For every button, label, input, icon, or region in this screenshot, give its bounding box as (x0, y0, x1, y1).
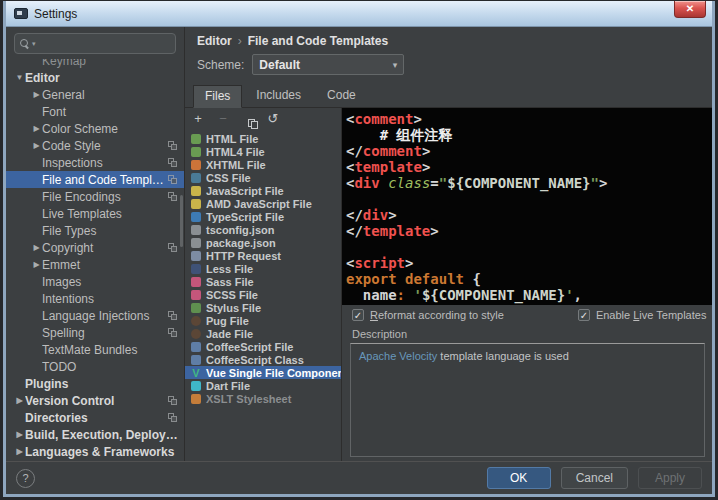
scheme-select[interactable]: Default ▾ (252, 54, 404, 75)
sidebar-item-todo[interactable]: TODO (6, 358, 184, 375)
template-item-jade-file[interactable]: Jade File (185, 327, 341, 340)
sidebar-item-label: Keymap (42, 59, 184, 68)
sidebar-item-inspections[interactable]: Inspections (6, 154, 184, 171)
sidebar-item-label: Images (42, 275, 184, 289)
sidebar-item-label: Spelling (42, 326, 168, 340)
chevron-down-icon[interactable]: ▼ (14, 73, 25, 82)
add-template-button[interactable]: + (191, 112, 205, 126)
sidebar-item-label: Color Scheme (42, 122, 184, 136)
sidebar-item-color-scheme[interactable]: ▶Color Scheme (6, 120, 184, 137)
sidebar-item-images[interactable]: Images (6, 273, 184, 290)
code-line: export default { (346, 271, 712, 287)
chevron-right-icon[interactable]: ▶ (31, 141, 42, 150)
sidebar-item-code-style[interactable]: ▶Code Style (6, 137, 184, 154)
sidebar-item-language-injections[interactable]: Language Injections (6, 307, 184, 324)
template-item-label: XSLT Stylesheet (206, 393, 291, 405)
template-item-tsconfig-json[interactable]: tsconfig.json (185, 223, 341, 236)
chevron-right-icon[interactable]: ▶ (14, 447, 25, 456)
sidebar-item-file-encodings[interactable]: File Encodings (6, 188, 184, 205)
chevron-right-icon[interactable]: ▶ (31, 243, 42, 252)
sidebar-item-build-execution-deployment[interactable]: ▶Build, Execution, Deployment (6, 426, 184, 443)
reset-template-button[interactable]: ↺ (266, 112, 280, 126)
description-label: Description (342, 323, 712, 343)
sidebar-item-copyright[interactable]: ▶Copyright (6, 239, 184, 256)
template-item-sass-file[interactable]: Sass File (185, 275, 341, 288)
shared-settings-icon (168, 192, 177, 201)
sidebar-item-version-control[interactable]: ▶Version Control (6, 392, 184, 409)
template-item-xhtml-file[interactable]: XHTML File (185, 158, 341, 171)
shared-settings-icon (168, 328, 177, 337)
template-item-css-file[interactable]: CSS File (185, 171, 341, 184)
chevron-down-icon: ▾ (393, 60, 398, 70)
live-templates-option[interactable]: ✓ Enable Live Templates (578, 309, 707, 321)
sidebar-item-editor[interactable]: ▼Editor (6, 69, 184, 86)
xhtml-file-icon (191, 160, 201, 170)
sidebar-item-label: Version Control (25, 394, 168, 408)
close-button[interactable]: ✕ (674, 1, 706, 18)
template-item-pug-file[interactable]: Pug File (185, 314, 341, 327)
reformat-option[interactable]: ✓ Reformat according to style (352, 309, 504, 321)
sidebar-item-textmate-bundles[interactable]: TextMate Bundles (6, 341, 184, 358)
sidebar-item-plugins[interactable]: Plugins (6, 375, 184, 392)
code-line (346, 239, 712, 255)
sidebar-item-live-templates[interactable]: Live Templates (6, 205, 184, 222)
sidebar-item-label: Inspections (42, 156, 168, 170)
sidebar-item-label: General (42, 88, 184, 102)
description-text: template language is used (437, 350, 568, 362)
apply-button[interactable]: Apply (638, 467, 702, 489)
sidebar-item-file-types[interactable]: File Types (6, 222, 184, 239)
scheme-selected-value: Default (259, 58, 392, 72)
sidebar-item-file-and-code-templates[interactable]: File and Code Templates (6, 171, 184, 188)
sidebar-scrollbar-thumb[interactable] (180, 195, 183, 247)
sidebar-item-intentions[interactable]: Intentions (6, 290, 184, 307)
ok-button[interactable]: OK (487, 467, 551, 489)
template-item-javascript-file[interactable]: JavaScript File (185, 184, 341, 197)
template-item-label: SCSS File (206, 289, 258, 301)
chevron-right-icon[interactable]: ▶ (31, 124, 42, 133)
template-item-xslt-stylesheet[interactable]: XSLT Stylesheet (185, 392, 341, 405)
tab-files[interactable]: Files (193, 85, 242, 108)
title-bar[interactable]: Settings ✕ (6, 1, 712, 27)
cancel-button[interactable]: Cancel (561, 467, 628, 489)
chevron-right-icon[interactable]: ▶ (14, 396, 25, 405)
search-input[interactable] (36, 37, 170, 51)
amd-javascript-file-icon (191, 199, 201, 209)
template-item-package-json[interactable]: package.json (185, 236, 341, 249)
chevron-right-icon[interactable]: ▶ (31, 90, 42, 99)
chevron-right-icon[interactable]: ▶ (14, 430, 25, 439)
tab-includes[interactable]: Includes (244, 84, 313, 107)
sidebar-item-languages-frameworks[interactable]: ▶Languages & Frameworks (6, 443, 184, 460)
code-line: <comment> (346, 111, 712, 127)
live-templates-checkbox[interactable]: ✓ (578, 309, 590, 321)
template-item-scss-file[interactable]: SCSS File (185, 288, 341, 301)
tab-code[interactable]: Code (315, 84, 368, 107)
template-item-html4-file[interactable]: HTML4 File (185, 145, 341, 158)
sidebar-item-keymap[interactable]: Keymap (6, 59, 184, 69)
window-title: Settings (34, 7, 77, 21)
help-button[interactable]: ? (16, 469, 35, 488)
template-item-vue-single-file-component[interactable]: VVue Single File Component (185, 366, 341, 379)
reformat-checkbox[interactable]: ✓ (352, 309, 364, 321)
breadcrumb-parent[interactable]: Editor (197, 34, 232, 48)
sidebar-item-directories[interactable]: Directories (6, 409, 184, 426)
apache-velocity-link[interactable]: Apache Velocity (359, 350, 437, 362)
sidebar-item-label: TextMate Bundles (42, 343, 184, 357)
sidebar-item-emmet[interactable]: ▶Emmet (6, 256, 184, 273)
template-item-typescript-file[interactable]: TypeScript File (185, 210, 341, 223)
remove-template-button[interactable]: − (216, 112, 230, 126)
sidebar-item-general[interactable]: ▶General (6, 86, 184, 103)
template-code-editor[interactable]: <comment> # 组件注释</comment><template><div… (342, 108, 712, 305)
sidebar-item-font[interactable]: Font (6, 103, 184, 120)
template-item-dart-file[interactable]: Dart File (185, 379, 341, 392)
template-item-http-request[interactable]: HTTP Request (185, 249, 341, 262)
chevron-right-icon[interactable]: ▶ (31, 260, 42, 269)
template-item-coffeescript-class[interactable]: CoffeeScript Class (185, 353, 341, 366)
template-item-less-file[interactable]: Less File (185, 262, 341, 275)
javascript-file-icon (191, 186, 201, 196)
template-item-amd-javascript-file[interactable]: AMD JavaScript File (185, 197, 341, 210)
sidebar-item-spelling[interactable]: Spelling (6, 324, 184, 341)
settings-search-box[interactable]: ▾ (14, 33, 176, 54)
template-item-stylus-file[interactable]: Stylus File (185, 301, 341, 314)
template-item-html-file[interactable]: HTML File (185, 132, 341, 145)
template-item-coffeescript-file[interactable]: CoffeeScript File (185, 340, 341, 353)
